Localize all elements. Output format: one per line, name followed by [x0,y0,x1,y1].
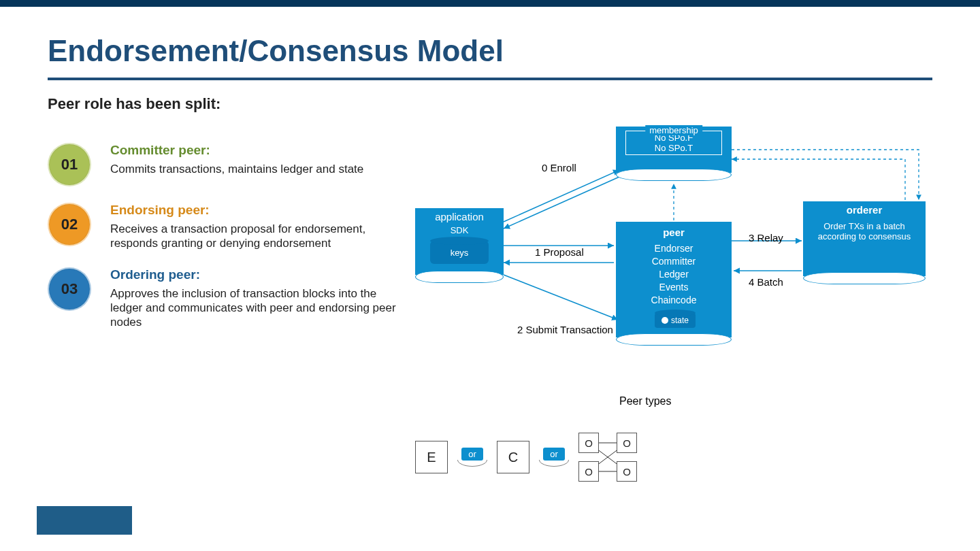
orderer-type-icon: O [617,433,637,453]
orderer-type-icon: O [617,461,637,482]
peer-role-desc: Commits transactions, maintains ledger a… [110,162,402,176]
orderer-desc: Order TXs in a batch according to consen… [803,218,926,244]
cylinder-base-icon [616,169,732,181]
peer-role-heading: Committer peer: [110,143,402,158]
orderer-cluster-icon: O O O O [578,433,637,482]
or-separator: or [457,448,487,467]
peer-types-heading: Peer types [619,395,671,407]
arrow-label-submit: 2 Submit Transaction [517,324,613,335]
or-label: or [461,448,483,461]
peer-role-desc: Receives a transaction proposal for endo… [110,222,402,251]
slide-body: Endorsement/Consensus Model Peer role ha… [14,7,966,537]
cylinder-base-icon [415,271,504,283]
keys-cylinder-icon: keys [430,241,489,264]
arrow-label-relay: 3 Relay [749,232,783,244]
orderer-type-icon: O [578,461,599,482]
state-label: state [671,316,689,325]
slide-subtitle: Peer role has been split: [48,95,932,113]
arrow-label-enroll: 0 Enroll [542,162,576,173]
arrow-label-batch: 4 Batch [749,276,783,288]
peer-types-legend: E or C or O [415,433,637,482]
arrow-label-proposal: 1 Proposal [535,246,584,258]
peer-line: Endorser [616,242,732,255]
peer-line: Chaincode [616,294,732,307]
or-label: or [543,448,565,461]
peer-role-endorsing: 02 Endorsing peer: Receives a transactio… [48,203,402,251]
svg-line-0 [504,170,619,222]
or-base-icon [539,460,569,467]
slide-top-bar [0,0,980,7]
slide-title: Endorsement/Consensus Model [48,34,932,68]
cylinder-base-icon [803,272,926,284]
or-base-icon [457,460,487,467]
cylinder-base-icon [616,333,732,346]
endorser-type-icon: E [415,441,448,473]
peer-role-heading: Endorsing peer: [110,203,402,218]
peer-role-ordering: 03 Ordering peer: Approves the inclusion… [48,267,402,330]
disk-icon [662,317,668,324]
footer-brand-block [37,506,132,535]
peer-number-badge: 01 [48,143,91,186]
svg-line-4 [504,275,618,320]
committer-type-icon: C [497,441,529,473]
peer-number-badge: 02 [48,203,91,246]
peer-roles-list: 01 Committer peer: Commits transactions,… [48,127,402,329]
membership-line: No SPo.T [626,143,721,153]
peer-line: Ledger [616,268,732,281]
title-underline [48,78,932,80]
peer-number-badge: 03 [48,267,91,311]
or-separator: or [539,448,569,467]
orderer-type-icon: O [578,433,599,453]
peer-title: peer [616,223,732,242]
peer-line: Events [616,281,732,294]
membership-title: membership [645,125,702,135]
membership-node: membership No SPo.F No SPo.T [616,127,732,173]
peer-role-desc: Approves the inclusion of transaction bl… [110,286,402,330]
peer-line: Committer [616,255,732,268]
application-sub: SDK [415,222,504,238]
architecture-diagram: membership No SPo.F No SPo.T application… [415,127,932,467]
orderer-node: orderer Order TXs in a batch according t… [803,201,926,276]
state-cylinder-icon: state [655,313,696,328]
orderer-title: orderer [803,201,926,218]
svg-line-1 [504,177,619,229]
peer-role-heading: Ordering peer: [110,267,402,282]
peer-role-committer: 01 Committer peer: Commits transactions,… [48,143,402,186]
